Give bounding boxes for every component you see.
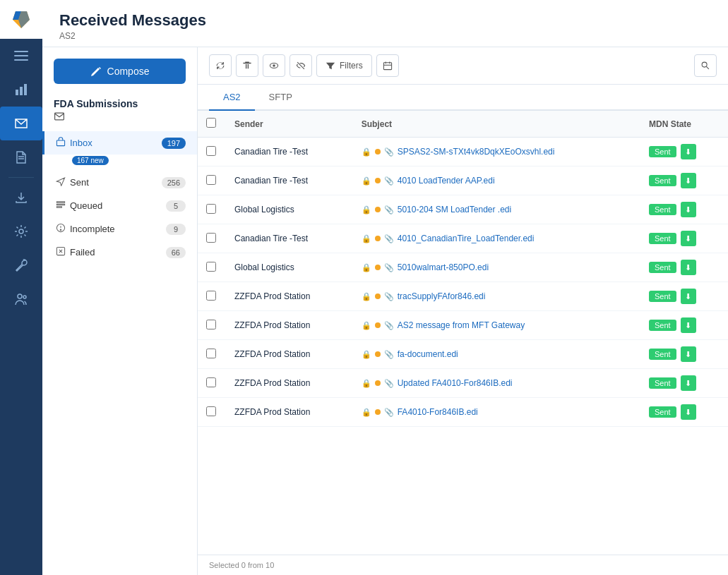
- download-button[interactable]: ⬇: [681, 289, 696, 304]
- nav-chart[interactable]: [0, 73, 42, 107]
- download-button[interactable]: ⬇: [681, 173, 696, 188]
- sidebar: Compose FDA Submissions Inbox 197 167 ne…: [42, 47, 198, 575]
- row-checkbox-1[interactable]: [206, 175, 216, 185]
- calendar-button[interactable]: [376, 54, 399, 77]
- attachment-icon: 📎: [384, 234, 394, 243]
- subject-link[interactable]: 4010_CanadianTire_LoadTender.edi: [398, 234, 535, 243]
- nav-settings[interactable]: [0, 214, 42, 248]
- download-button[interactable]: ⬇: [681, 202, 696, 217]
- subject-link[interactable]: Updated FA4010-For846IB.edi: [398, 378, 513, 388]
- svg-rect-17: [56, 204, 64, 205]
- download-button[interactable]: ⬇: [681, 346, 696, 362]
- row-checkbox-6[interactable]: [206, 320, 216, 329]
- row-checkbox-8[interactable]: [206, 377, 216, 387]
- lock-icon: 🔒: [362, 379, 371, 388]
- subject-link[interactable]: SPSAS2-SM-sTXt4vk8DqkXEoOxsvhl.edi: [398, 147, 555, 157]
- failed-icon: [56, 246, 66, 258]
- sidebar-item-inbox[interactable]: Inbox 197: [42, 131, 197, 155]
- status-dot: [375, 178, 381, 183]
- sent-badge: Sent: [649, 291, 676, 302]
- status-dot: [375, 207, 381, 212]
- download-button[interactable]: ⬇: [681, 260, 696, 275]
- row-checkbox-4[interactable]: [206, 262, 216, 272]
- subject-link[interactable]: tracSupplyFAfor846.edi: [398, 291, 486, 301]
- lock-icon: 🔒: [362, 408, 371, 417]
- table-row: Global Logistics 🔒 📎 5010-204 SM LoadTen…: [198, 195, 728, 224]
- lock-icon: 🔒: [362, 292, 371, 301]
- view-button[interactable]: [263, 54, 285, 77]
- download-button[interactable]: ⬇: [681, 404, 696, 420]
- subject-link[interactable]: 5010-204 SM LoadTender .edi: [398, 205, 511, 214]
- row-checkbox-7[interactable]: [206, 349, 216, 358]
- table-row: Global Logistics 🔒 📎 5010walmart-850PO.e…: [198, 253, 728, 282]
- svg-rect-29: [383, 63, 391, 70]
- svg-point-11: [19, 229, 23, 234]
- sidebar-item-failed[interactable]: Failed 66: [42, 241, 197, 264]
- row-checkbox-0[interactable]: [206, 146, 216, 156]
- row-checkbox-5[interactable]: [206, 291, 216, 301]
- download-button[interactable]: ⬇: [681, 375, 696, 391]
- sidebar-item-queued[interactable]: Queued 5: [42, 194, 197, 217]
- sent-badge: Sent: [649, 377, 676, 389]
- lock-icon: 🔒: [362, 350, 371, 359]
- subject-link[interactable]: 5010walmart-850PO.edi: [398, 262, 489, 272]
- nav-document[interactable]: [0, 140, 42, 174]
- selection-info: Selected 0 from 10: [198, 555, 728, 575]
- sender-cell: Global Logistics: [226, 253, 353, 282]
- status-dot: [375, 236, 381, 241]
- status-dot: [375, 149, 381, 155]
- nav-users[interactable]: [0, 282, 42, 316]
- table-row: Canadian Tire -Test 🔒 📎 SPSAS2-SM-sTXt4v…: [198, 138, 728, 167]
- attachment-icon: 📎: [384, 321, 394, 330]
- search-button[interactable]: [694, 54, 717, 77]
- row-checkbox-9[interactable]: [206, 406, 216, 416]
- sidebar-item-incomplete[interactable]: Incomplete 9: [42, 217, 197, 241]
- section-mail-icon: [42, 111, 197, 131]
- sender-cell: ZZFDA Prod Station: [226, 369, 353, 398]
- filters-button[interactable]: Filters: [316, 54, 372, 77]
- sender-cell: Canadian Tire -Test: [226, 167, 353, 195]
- refresh-button[interactable]: [209, 54, 232, 77]
- page-title: Received Messages: [59, 11, 711, 30]
- delete-button[interactable]: [236, 54, 258, 77]
- table-row: Canadian Tire -Test 🔒 📎 4010_CanadianTir…: [198, 224, 728, 253]
- select-all-checkbox[interactable]: [206, 118, 216, 128]
- lock-icon: 🔒: [362, 205, 371, 214]
- row-checkbox-2[interactable]: [206, 204, 216, 214]
- download-button[interactable]: ⬇: [681, 231, 696, 246]
- sender-cell: ZZFDA Prod Station: [226, 398, 353, 427]
- messages-table: Sender Subject MDN State Canadian Tire -…: [198, 111, 728, 427]
- sidebar-item-sent[interactable]: Sent 256: [42, 171, 197, 194]
- status-dot: [375, 265, 381, 270]
- hide-button[interactable]: [290, 54, 312, 77]
- nav-mail[interactable]: [0, 107, 42, 140]
- nav-download[interactable]: [0, 181, 42, 214]
- table-row: Canadian Tire -Test 🔒 📎 4010 LoadTender …: [198, 167, 728, 195]
- svg-point-21: [60, 229, 61, 230]
- nav-wrench[interactable]: [0, 248, 42, 282]
- svg-rect-14: [55, 113, 64, 120]
- status-dot: [375, 351, 381, 357]
- tab-as2[interactable]: AS2: [209, 85, 255, 111]
- sender-cell: Canadian Tire -Test: [226, 138, 353, 167]
- svg-rect-15: [56, 140, 64, 146]
- download-button[interactable]: ⬇: [681, 317, 696, 333]
- svg-rect-8: [24, 84, 27, 95]
- compose-button[interactable]: Compose: [54, 59, 186, 84]
- row-checkbox-3[interactable]: [206, 233, 216, 243]
- inbox-icon: [56, 137, 66, 149]
- download-button[interactable]: ⬇: [681, 144, 696, 159]
- subject-link[interactable]: 4010 LoadTender AAP.edi: [398, 176, 495, 186]
- table-row: ZZFDA Prod Station 🔒 📎 FA4010-For846IB.e…: [198, 398, 728, 427]
- attachment-icon: 📎: [384, 292, 394, 301]
- mdn-cell: Sent ⬇: [640, 398, 728, 427]
- attachment-icon: 📎: [384, 176, 394, 186]
- subject-link[interactable]: AS2 message from MFT Gateway: [398, 320, 525, 330]
- svg-rect-3: [14, 51, 28, 52]
- subject-link[interactable]: FA4010-For846IB.edi: [398, 407, 478, 417]
- subject-link[interactable]: fa-document.edi: [398, 349, 458, 359]
- hamburger-button[interactable]: [0, 39, 42, 73]
- queued-icon: [56, 200, 66, 212]
- tab-sftp[interactable]: SFTP: [255, 85, 306, 111]
- messages-table-container: Sender Subject MDN State Canadian Tire -…: [198, 111, 728, 555]
